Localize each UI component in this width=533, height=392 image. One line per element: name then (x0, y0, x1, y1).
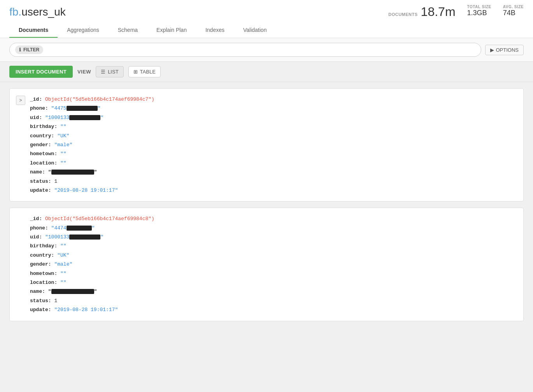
document-card: > _id: ObjectId("5d5eb166b4c174aef69984c… (9, 88, 524, 201)
list-label: LIST (108, 69, 118, 75)
redacted-text (51, 289, 94, 294)
doc-field-gender: gender: "male" (30, 260, 154, 269)
avg-size-value: 74B (503, 9, 515, 17)
tab-explain-plan[interactable]: Explain Plan (147, 23, 196, 38)
tabs-nav: Documents Aggregations Schema Explain Pl… (9, 23, 524, 38)
view-label: VIEW (77, 69, 91, 75)
doc-field-id: _id: ObjectId("5d5eb166b4c174aef69984c8"… (30, 214, 154, 223)
doc-field-update: update: "2019-08-28 19:01:17" (30, 186, 154, 195)
total-size-label: TOTAL SIZE (467, 5, 491, 9)
options-label: OPTIONS (496, 47, 519, 53)
header-top: fb.users_uk DOCUMENTS 18.7m TOTAL SIZE 1… (9, 5, 524, 23)
total-size-value: 1.3GB (467, 9, 487, 17)
doc-field-uid: uid: "1000133" (30, 233, 154, 242)
doc-field-id: _id: ObjectId("5d5eb166b4c174aef69984c7"… (30, 95, 154, 104)
documents-area: > _id: ObjectId("5d5eb166b4c174aef69984c… (0, 82, 533, 334)
filter-label: FILTER (23, 47, 39, 52)
table-view-button[interactable]: ⊞ TABLE (128, 66, 161, 77)
documents-value: 18.7m (421, 5, 456, 19)
redacted-text (67, 106, 98, 111)
title-main: users_uk (21, 6, 66, 18)
filter-bar: ℹ FILTER (9, 43, 481, 57)
expand-button[interactable]: > (16, 96, 25, 105)
redacted-text (51, 170, 94, 175)
doc-field-birthday: birthday: "" (30, 122, 154, 131)
title-prefix: fb. (9, 6, 21, 18)
doc-field-name: name: "" (30, 168, 154, 177)
document-card: _id: ObjectId("5d5eb166b4c174aef69984c8"… (9, 208, 524, 321)
table-icon: ⊞ (133, 69, 138, 75)
doc-field-name: name: "" (30, 287, 154, 296)
options-button[interactable]: ▶ OPTIONS (485, 45, 524, 55)
tab-documents[interactable]: Documents (9, 23, 58, 38)
insert-document-button[interactable]: INSERT DOCUMENT (9, 66, 73, 78)
document-content: _id: ObjectId("5d5eb166b4c174aef69984c7"… (30, 95, 154, 195)
table-label: TABLE (140, 69, 156, 75)
list-view-button[interactable]: ☰ LIST (96, 66, 123, 77)
chevron-right-icon: ▶ (490, 47, 494, 53)
info-icon: ℹ (19, 47, 21, 52)
tab-schema[interactable]: Schema (109, 23, 147, 38)
doc-field-status: status: 1 (30, 177, 154, 186)
doc-field-location: location: "" (30, 159, 154, 168)
documents-stat: DOCUMENTS 18.7m (388, 5, 455, 19)
doc-field-status: status: 1 (30, 296, 154, 305)
list-icon: ☰ (101, 69, 105, 75)
doc-field-phone: phone: "4474" (30, 224, 154, 233)
filter-button[interactable]: ℹ FILTER (15, 46, 43, 54)
avg-size-label: AVG. SIZE (503, 5, 524, 9)
total-size-stat: TOTAL SIZE 1.3GB (467, 5, 491, 17)
tab-aggregations[interactable]: Aggregations (58, 23, 109, 38)
stats-area: DOCUMENTS 18.7m TOTAL SIZE 1.3GB AVG. SI… (388, 5, 524, 19)
doc-field-birthday: birthday: "" (30, 242, 154, 250)
tab-validation[interactable]: Validation (234, 23, 276, 38)
doc-field-uid: uid: "1000133" (30, 113, 154, 122)
doc-field-hometown: hometown: "" (30, 269, 154, 278)
collection-title: fb.users_uk (9, 6, 66, 18)
documents-label: DOCUMENTS (388, 12, 417, 17)
filter-input[interactable] (46, 47, 475, 53)
redacted-text (69, 115, 100, 120)
tab-indexes[interactable]: Indexes (196, 23, 234, 38)
doc-field-country: country: "UK" (30, 131, 154, 140)
filter-toolbar: ℹ FILTER ▶ OPTIONS (0, 38, 533, 62)
redacted-text (69, 234, 100, 240)
avg-size-stat: AVG. SIZE 74B (503, 5, 524, 17)
doc-field-update: update: "2019-08-28 19:01:17" (30, 305, 154, 314)
page-header: fb.users_uk DOCUMENTS 18.7m TOTAL SIZE 1… (0, 0, 533, 38)
doc-field-phone: phone: "4475" (30, 104, 154, 113)
doc-field-location: location: "" (30, 278, 154, 287)
doc-field-gender: gender: "male" (30, 140, 154, 149)
redacted-text (67, 226, 92, 231)
doc-field-country: country: "UK" (30, 251, 154, 260)
action-bar: INSERT DOCUMENT VIEW ☰ LIST ⊞ TABLE (0, 62, 533, 82)
document-content: _id: ObjectId("5d5eb166b4c174aef69984c8"… (30, 214, 154, 314)
doc-field-hometown: hometown: "" (30, 149, 154, 158)
